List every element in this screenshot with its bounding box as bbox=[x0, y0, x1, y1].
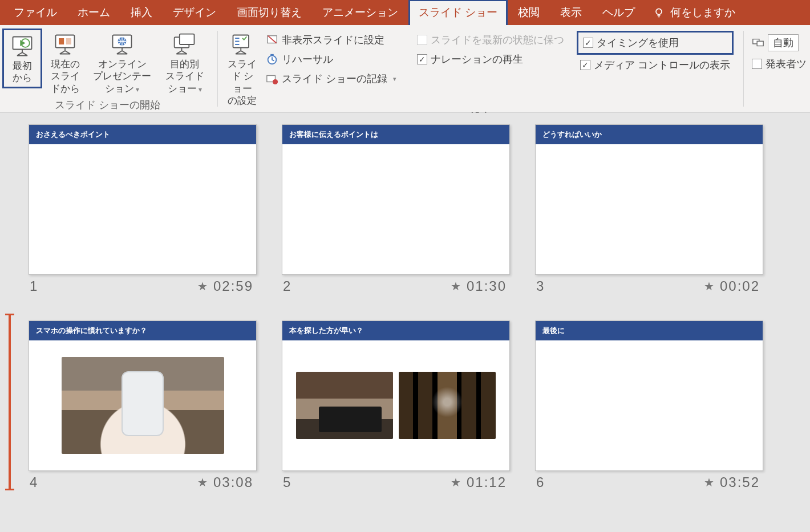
star-icon: ★ bbox=[451, 279, 462, 293]
custom-slideshow-button[interactable]: 目的別 スライド ショー bbox=[156, 29, 213, 97]
svg-rect-5 bbox=[59, 38, 64, 44]
from-beginning-label: 最初から bbox=[9, 60, 36, 84]
keep-updated-label: スライドを最新の状態に保つ bbox=[431, 33, 564, 47]
tab-help[interactable]: ヘルプ bbox=[592, 0, 645, 26]
play-narration-checkbox[interactable]: ✓ ナレーションの再生 bbox=[414, 50, 568, 68]
slide-number: 2 bbox=[283, 278, 290, 294]
insertion-marker bbox=[9, 314, 11, 490]
checkbox-checked-icon: ✓ bbox=[580, 60, 590, 70]
svg-rect-4 bbox=[56, 35, 75, 48]
play-narration-label: ナレーションの再生 bbox=[431, 52, 523, 66]
setup-slideshow-button[interactable]: スライド ショー の設定 bbox=[222, 29, 262, 109]
present-online-button[interactable]: オンライン プレゼンテーション bbox=[88, 29, 156, 97]
tell-me-search[interactable]: 何をしますか bbox=[645, 5, 743, 20]
tell-me-label: 何をしますか bbox=[670, 5, 735, 20]
tab-animations[interactable]: アニメーション bbox=[312, 0, 408, 26]
slide-number: 3 bbox=[536, 278, 544, 294]
slide-timing: 03:52 bbox=[720, 474, 760, 490]
custom-slideshow-label: 目的別 スライド ショー bbox=[161, 58, 209, 95]
svg-rect-6 bbox=[66, 38, 71, 44]
slide-thumb-5[interactable]: 本を探した方が早い？ 5 ★01:12 bbox=[282, 320, 510, 490]
slide-number: 5 bbox=[283, 474, 290, 490]
slide-title: どうすればいいか bbox=[536, 125, 763, 144]
from-beginning-button[interactable]: 最初から bbox=[2, 29, 42, 88]
star-icon: ★ bbox=[451, 476, 462, 489]
ribbon-group-start: 最初から 現在の スライドから bbox=[0, 25, 218, 112]
use-timings-label: タイミングを使用 bbox=[597, 36, 679, 50]
slide-title: 本を探した方が早い？ bbox=[282, 321, 509, 340]
from-current-button[interactable]: 現在の スライドから bbox=[42, 29, 88, 97]
rehearse-button[interactable]: リハーサル bbox=[262, 50, 400, 68]
projector-checklist-icon bbox=[230, 32, 255, 57]
tab-transitions[interactable]: 画面切り替え bbox=[226, 0, 312, 26]
checkbox-checked-icon: ✓ bbox=[583, 38, 593, 48]
clock-icon bbox=[266, 53, 278, 66]
tab-insert[interactable]: 挿入 bbox=[120, 0, 163, 26]
slide-thumb-3[interactable]: どうすればいいか 3 ★00:02 bbox=[535, 124, 763, 294]
keep-updated-checkbox: スライドを最新の状態に保つ bbox=[414, 31, 568, 49]
checkbox-empty-icon bbox=[417, 35, 427, 45]
tab-review[interactable]: 校閲 bbox=[508, 0, 550, 26]
svg-point-16 bbox=[273, 79, 278, 84]
star-icon: ★ bbox=[197, 279, 209, 293]
star-icon: ★ bbox=[704, 279, 715, 293]
slide-thumb-2[interactable]: お客様に伝えるポイントは 2 ★01:30 bbox=[282, 124, 510, 294]
star-icon: ★ bbox=[704, 476, 715, 489]
svg-rect-18 bbox=[757, 41, 763, 46]
hide-slide-button[interactable]: 非表示スライドに設定 bbox=[262, 31, 400, 49]
slide-title: 最後に bbox=[536, 321, 763, 340]
svg-point-0 bbox=[656, 9, 662, 14]
projector-play-icon bbox=[10, 34, 35, 59]
slide-title: スマホの操作に慣れていますか？ bbox=[29, 321, 256, 340]
tab-home[interactable]: ホーム bbox=[67, 0, 120, 26]
projector-stack-icon bbox=[172, 32, 197, 57]
slide-timing: 02:59 bbox=[213, 278, 253, 294]
slide-thumb-6[interactable]: 最後に 6 ★03:52 bbox=[535, 320, 763, 490]
slide-timing: 00:02 bbox=[720, 278, 760, 294]
projector-globe-icon bbox=[110, 32, 135, 57]
image-placeholder bbox=[399, 372, 496, 439]
star-icon: ★ bbox=[197, 476, 209, 489]
from-current-label: 現在の スライドから bbox=[47, 58, 84, 95]
image-placeholder bbox=[62, 357, 224, 454]
slide-title: おさえるべきポイント bbox=[29, 125, 256, 144]
slide-number: 4 bbox=[30, 474, 37, 490]
monitor-auto-label: 自動 bbox=[768, 34, 799, 51]
tab-design[interactable]: デザイン bbox=[163, 0, 226, 26]
rehearse-label: リハーサル bbox=[282, 52, 333, 66]
record-icon bbox=[266, 72, 278, 85]
media-controls-checkbox[interactable]: ✓ メディア コントロールの表示 bbox=[577, 56, 734, 74]
tab-view[interactable]: 表示 bbox=[550, 0, 592, 26]
projector-current-icon bbox=[52, 32, 78, 57]
group-start-label: スライド ショーの開始 bbox=[2, 97, 213, 112]
menu-bar: ファイル ホーム 挿入 デザイン 画面切り替え アニメーション スライド ショー… bbox=[0, 0, 810, 25]
checkbox-empty-icon bbox=[752, 59, 762, 69]
svg-rect-10 bbox=[180, 34, 195, 44]
slide-thumb-1[interactable]: おさえるべきポイント 1 ★02:59 bbox=[29, 124, 257, 294]
slide-title: お客様に伝えるポイントは bbox=[282, 125, 509, 144]
tab-file[interactable]: ファイル bbox=[3, 0, 67, 26]
slide-grid: おさえるべきポイント 1 ★02:59 お客様に伝えるポイントは 2 ★01:3… bbox=[29, 124, 804, 490]
slide-thumb-4[interactable]: スマホの操作に慣れていますか？ 4 ★03:08 bbox=[29, 320, 257, 490]
slide-sorter-view[interactable]: おさえるべきポイント 1 ★02:59 お客様に伝えるポイントは 2 ★01:3… bbox=[0, 113, 810, 532]
setup-slideshow-label: スライド ショー の設定 bbox=[227, 58, 258, 107]
tab-slideshow[interactable]: スライド ショー bbox=[408, 0, 508, 26]
slide-number: 1 bbox=[30, 278, 37, 294]
use-timings-checkbox[interactable]: ✓ タイミングを使用 bbox=[577, 31, 734, 55]
slide-timing: 01:12 bbox=[467, 474, 507, 490]
present-online-label: オンライン プレゼンテーション bbox=[93, 58, 152, 95]
record-slideshow-label: スライド ショーの記録 bbox=[282, 72, 387, 86]
record-slideshow-button[interactable]: スライド ショーの記録 ▾ bbox=[262, 70, 400, 88]
ribbon-group-monitors: 自動 発表者ツ bbox=[744, 25, 810, 112]
presenter-view-checkbox[interactable]: 発表者ツ bbox=[748, 55, 810, 73]
monitor-auto-row[interactable]: 自動 bbox=[748, 32, 810, 54]
image-placeholder bbox=[296, 372, 393, 439]
hide-slide-label: 非表示スライドに設定 bbox=[282, 33, 384, 47]
slide-number: 6 bbox=[536, 474, 544, 490]
ribbon-group-setup: スライド ショー の設定 非表示スライドに設定 リハーサル bbox=[218, 25, 744, 112]
checkbox-checked-icon: ✓ bbox=[417, 54, 427, 64]
slide-timing: 03:08 bbox=[213, 474, 253, 490]
hide-slide-icon bbox=[266, 34, 278, 46]
slide-timing: 01:30 bbox=[467, 278, 507, 294]
dual-monitor-icon bbox=[752, 36, 764, 49]
